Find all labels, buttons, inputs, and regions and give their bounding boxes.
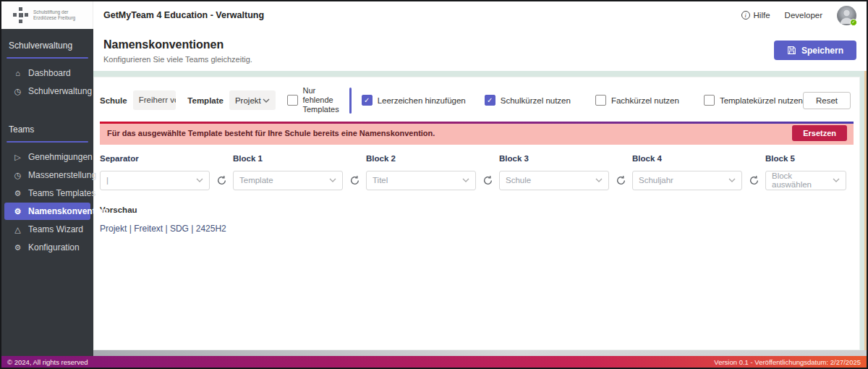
refresh-icon [616,175,626,186]
logo-text: Schulstiftung derErzdiözese Freiburg [33,9,75,21]
refresh-block2-button[interactable] [480,175,495,186]
help-button[interactable]: i Hilfe [741,11,770,20]
preview-value: Projekt | Freitext | SDG | 2425H2 [100,224,854,234]
sidebar-item-schulverwaltung[interactable]: ◷ Schulverwaltung [4,82,90,100]
refresh-icon [749,175,760,186]
block4-select[interactable]: Schuljahr [632,171,742,190]
nur-fehlende-label: Nur fehlende Templates [303,86,339,115]
topbar: GetMyTeam 4 Education - Verwaltung i Hil… [93,1,867,29]
column-header-block5: Block 5 [765,154,849,163]
section-divider [7,57,88,59]
chevron-down-icon [728,178,736,182]
sidebar-item-genehmigungen[interactable]: ▷ Genehmigungen [4,148,90,166]
avatar[interactable]: ✓ [837,6,856,25]
chevron-down-icon [196,178,203,182]
sidebar-item-label: Schulverwaltung [28,86,92,96]
right-edge-strip [864,71,867,350]
page-subtitle: Konfigurieren Sie viele Teams gleichzeit… [103,55,252,64]
schule-label: Schule [100,96,127,105]
template-select[interactable]: Projekt [229,90,276,110]
presence-badge-icon: ✓ [850,19,857,26]
column-header-block2: Block 2 [366,154,476,163]
sidebar-item-namenskonvention[interactable]: ⚙ Namenskonvention [4,203,90,220]
alert-banner: Für das ausgewählte Template besteht für… [100,122,854,145]
leerzeichen-checkbox[interactable]: ✓ [362,95,373,106]
help-label: Hilfe [754,11,770,20]
column-header-block4: Block 4 [632,154,742,163]
alert-message: Für das ausgewählte Template besteht für… [107,129,435,137]
sidebar-item-label: Massenerstellung [28,170,96,180]
block5-select[interactable]: Block auswählen [765,171,846,190]
filter-divider [349,88,352,114]
refresh-separator-button[interactable] [214,175,229,186]
leerzeichen-label: Leerzeichen hinzufügen [378,96,466,105]
chevron-down-icon [462,178,469,182]
footer: © 2024, All rights reserved Version 0.1 … [1,356,867,368]
fachkuerzel-checkbox[interactable]: ✓ [595,95,606,106]
sidebar-item-label: Konfiguration [28,242,80,253]
sidebar: Schulverwaltung ⌂ Dashboard ◷ Schulverwa… [1,29,93,356]
filter-row: Schule Freiherr vom Stein Gymnasi... Tem… [100,86,854,115]
save-button[interactable]: Speichern [774,41,856,60]
wizard-icon: △ [13,225,22,234]
column-header-separator: Separator [100,154,210,163]
sidebar-item-label: Teams Templates [28,188,95,198]
block2-select[interactable]: Titel [366,171,476,190]
preview-label: Vorschau [100,205,854,214]
template-label: Template [187,96,224,105]
sidebar-item-massenerstellung[interactable]: ◷ Massenerstellung [4,166,90,184]
sidebar-item-konfiguration[interactable]: ⚙ Konfiguration [4,239,90,256]
info-icon: i [741,11,750,20]
page-title: Namenskonventionen [103,38,224,51]
sidebar-section-teams: Teams [1,124,93,135]
nur-fehlende-checkbox[interactable]: ✓ [287,95,298,106]
reset-button[interactable]: Reset [803,92,851,109]
column-header-block3: Block 3 [499,154,609,163]
approvals-icon: ▷ [13,153,22,162]
separator-select[interactable]: | [100,171,210,190]
refresh-block1-button[interactable] [347,175,362,186]
chevron-down-icon [263,98,270,103]
logo-plus-icon [13,7,29,23]
sidebar-item-teams-templates[interactable]: ⚙ Teams Templates [4,184,90,202]
sidebar-item-dashboard[interactable]: ⌂ Dashboard [4,64,90,82]
gear-icon: ⚙ [13,207,22,216]
user-menu-label[interactable]: Developer [785,11,822,20]
chevron-down-icon [329,178,336,182]
naming-convention-card: Schule Freiherr vom Stein Gymnasi... Tem… [93,77,860,350]
home-icon: ⌂ [13,69,22,77]
refresh-icon [349,175,360,186]
app-title: GetMyTeam 4 Education - Verwaltung [103,1,264,29]
bottom-grey-strip [93,350,867,356]
templatekuerzel-checkbox[interactable]: ✓ [704,95,715,106]
refresh-icon [482,175,493,186]
schule-select[interactable]: Freiherr vom Stein Gymnasi... [133,90,176,110]
chevron-down-icon [833,178,840,182]
sidebar-item-label: Teams Wizard [28,224,83,234]
refresh-icon [216,175,227,186]
refresh-block4-button[interactable] [746,175,761,186]
ersetzen-button[interactable]: Ersetzen [792,125,847,141]
schulkuerzel-label: Schulkürzel nutzen [501,96,571,105]
save-icon [787,46,796,55]
sidebar-item-label: Dashboard [28,68,71,78]
refresh-block3-button[interactable] [613,175,628,186]
templatekuerzel-label: Templatekürzel nutzen [720,96,803,105]
gear-icon: ⚙ [13,189,22,198]
clock-icon: ◷ [13,87,22,96]
sidebar-item-label: Genehmigungen [28,152,93,162]
copyright-text: © 2024, All rights reserved [7,358,88,366]
schulkuerzel-checkbox[interactable]: ✓ [485,95,495,106]
content-area: Schule Freiherr vom Stein Gymnasi... Tem… [93,71,867,356]
sidebar-item-teams-wizard[interactable]: △ Teams Wizard [4,221,90,238]
chevron-down-icon [595,178,603,182]
org-logo: Schulstiftung derErzdiözese Freiburg [1,1,93,29]
section-divider [7,141,88,143]
block1-select[interactable]: Template [233,171,343,190]
column-header-block1: Block 1 [233,154,343,163]
clock-icon: ◷ [13,171,22,180]
block3-select[interactable]: Schule [499,171,609,190]
app-window: Schulstiftung derErzdiözese Freiburg Get… [0,0,868,369]
page-header: Namenskonventionen Konfigurieren Sie vie… [93,29,867,71]
sidebar-item-label: Namenskonvention [28,206,109,216]
